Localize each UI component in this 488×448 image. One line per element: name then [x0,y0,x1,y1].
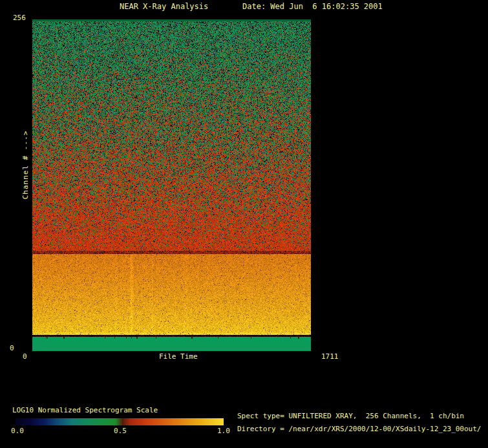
y-axis-min-label: 0 [10,345,14,352]
colorbar-tick-05: 0.5 [114,427,127,435]
spectrogram-heatmap [32,19,311,351]
x-axis-title: File Time [159,353,198,361]
colorbar-title: LOG10 Normalized Spectrogram Scale [12,407,158,414]
colorbar-tick-1: 1.0 [217,427,230,435]
page-title: NEAR X-Ray Analysis [120,3,208,11]
near-xray-analysis-screen: { "header": { "title": "NEAR X-Ray Analy… [0,0,488,448]
x-axis-min-label: 0 [23,353,27,361]
y-axis-max-label: 256 [13,14,26,22]
y-axis-title: Channel # ---> [22,131,30,200]
colorbar-tick-0: 0.0 [11,427,24,435]
directory-label: Directory = /near/xdr/XRS/2000/12-00/XSd… [237,425,482,433]
spect-type-label: Spect type= UNFILTERED XRAY, 256 Channel… [237,412,464,420]
colorbar [16,418,224,425]
x-axis-max-label: 1711 [321,353,339,361]
date-label: Date: Wed Jun 6 16:02:35 2001 [242,3,383,11]
